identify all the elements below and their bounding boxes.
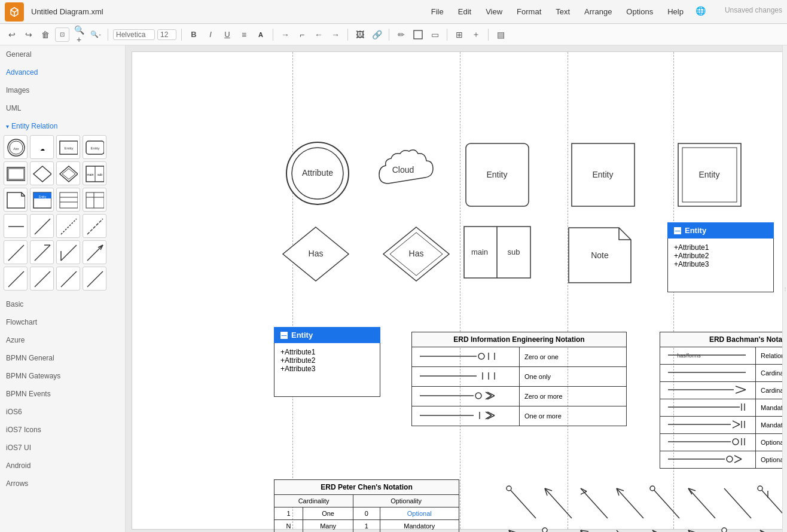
sidebar-item-general[interactable]: General (0, 48, 125, 61)
arrow-right-button[interactable]: → (328, 27, 343, 42)
redo-button[interactable]: ↪ (22, 27, 36, 42)
menu-view[interactable]: View (483, 6, 505, 17)
shape-entity-plain[interactable]: Entity (56, 135, 80, 159)
sidebar-section-ios7-ui: iOS7 UI (0, 439, 125, 457)
sidebar-item-android[interactable]: Android (0, 459, 125, 472)
menu-edit[interactable]: Edit (456, 6, 474, 17)
sidebar-item-ios6[interactable]: iOS6 (0, 405, 125, 418)
menu-format[interactable]: Format (514, 6, 544, 17)
underline-button[interactable]: U (220, 27, 234, 42)
entity-shape-2[interactable]: Entity (569, 140, 637, 211)
menu-help[interactable]: Help (665, 6, 686, 17)
pen-button[interactable]: ✏ (394, 27, 408, 42)
attribute-shape[interactable]: Attribute (285, 140, 350, 208)
align-button[interactable]: ≡ (237, 27, 251, 42)
svg-point-101 (733, 439, 739, 445)
canvas-area[interactable]: Attribute Cloud Entity (126, 45, 782, 532)
fill-button[interactable] (411, 27, 425, 42)
diamond-shape-1[interactable]: Has (280, 224, 352, 286)
guide-line-1 (292, 52, 293, 529)
shape-line-angle3[interactable] (56, 240, 80, 264)
sidebar-item-arrows[interactable]: Arrows (0, 477, 125, 490)
shape-line-d3[interactable] (83, 214, 106, 238)
grid-button[interactable]: ⊞ (452, 27, 466, 42)
shape-entity-double[interactable] (4, 161, 28, 185)
sidebar-item-entity-relation[interactable]: ▾ Entity Relation (0, 120, 125, 133)
shape-ie-line2[interactable] (30, 267, 54, 291)
svg-line-43 (87, 271, 103, 287)
bachman-row3-label: Cardinality (Many) (756, 382, 783, 399)
menu-file[interactable]: File (429, 6, 446, 17)
sidebar-item-ios7-icons[interactable]: iOS7 Icons (0, 423, 125, 436)
shape-line-angle1[interactable] (4, 240, 28, 264)
shape-ie-line3[interactable] (56, 267, 80, 291)
font-color-button[interactable]: A (254, 27, 268, 42)
menu-text[interactable]: Text (553, 6, 572, 17)
shape-cloud[interactable]: ☁ (30, 135, 54, 159)
link-button[interactable]: 🔗 (370, 27, 384, 42)
entity-shape-1[interactable]: Entity (463, 140, 532, 211)
font-selector[interactable] (113, 29, 155, 40)
shape-entity-rounded[interactable]: Entity (83, 135, 106, 159)
sidebar-item-ios7-ui[interactable]: iOS7 UI (0, 441, 125, 454)
sidebar-item-uml[interactable]: UML (0, 102, 125, 115)
shape-line-h[interactable] (4, 214, 28, 238)
canvas[interactable]: Attribute Cloud Entity (132, 51, 782, 530)
add-button[interactable]: ＋ (469, 27, 483, 42)
svg-line-96 (733, 421, 740, 424)
sidebar-item-basic[interactable]: Basic (0, 298, 125, 311)
toolbar: ↩ ↪ 🗑 ⊡ 🔍+ 🔍- B I U ≡ A → ⌐ ← → 🖼 🔗 ✏ ▭ … (0, 24, 787, 45)
shape-line-d1[interactable] (30, 214, 54, 238)
entity-detailed-2[interactable]: — Entity +Attribute1 +Attribute2 +Attrib… (274, 327, 380, 397)
italic-button[interactable]: I (203, 27, 218, 42)
rect-button[interactable]: ▭ (428, 27, 442, 42)
sidebar-item-bpmn-gateways[interactable]: BPMN Gateways (0, 369, 125, 383)
note-shape[interactable]: Note (566, 225, 632, 287)
undo-button[interactable]: ↩ (5, 27, 19, 42)
shape-ie-line4[interactable] (83, 267, 106, 291)
sidebar-item-advanced[interactable]: Advanced (0, 66, 125, 79)
menu-options[interactable]: Options (624, 6, 655, 17)
image-button[interactable]: 🖼 (353, 27, 367, 42)
shape-entity-blue[interactable]: Entity (30, 188, 54, 212)
shape-diamond2[interactable] (56, 161, 80, 185)
zoom-out-button[interactable]: 🔍- (89, 27, 103, 42)
entity-detailed-1[interactable]: — Entity +Attribute1 +Attribute2 +Attrib… (667, 222, 774, 292)
shape-split-entity[interactable]: mainsub (83, 161, 106, 185)
entity1-attr2: +Attribute2 (674, 252, 767, 260)
sidebar-item-flowchart[interactable]: Flowchart (0, 316, 125, 329)
zoom-in-button[interactable]: 🔍+ (72, 27, 86, 42)
chen-row1-opt-num: 0 (353, 507, 380, 520)
sidebar-item-bpmn-general[interactable]: BPMN General (0, 351, 125, 365)
shape-ie-line1[interactable] (4, 267, 28, 291)
menu-arrange[interactable]: Arrange (582, 6, 614, 17)
arrow-elbow-button[interactable]: ⌐ (295, 27, 309, 42)
svg-text:Entity: Entity (90, 146, 99, 150)
delete-button[interactable]: 🗑 (38, 27, 53, 42)
sidebar-item-bpmn-events[interactable]: BPMN Events (0, 387, 125, 400)
sidebar-item-images[interactable]: Images (0, 84, 125, 97)
diamond-shape-2[interactable]: Has (380, 224, 452, 286)
shape-note[interactable] (4, 188, 28, 212)
shape-diamond1[interactable] (30, 161, 54, 185)
shape-line-d2[interactable] (56, 214, 80, 238)
entity2-title: Entity (291, 331, 313, 340)
cloud-shape[interactable]: Cloud (370, 142, 436, 209)
shape-table[interactable] (56, 188, 80, 212)
svg-line-113 (581, 488, 608, 518)
shape-attribute[interactable]: Attr (4, 135, 28, 159)
split-entity-shape[interactable]: main sub (463, 225, 532, 281)
svg-text:sub: sub (508, 247, 520, 256)
shape-line-angle2[interactable] (30, 240, 54, 264)
entity-shape-3[interactable]: Entity (675, 140, 744, 211)
arrow-straight-button[interactable]: → (278, 27, 292, 42)
shape-line-crow[interactable] (83, 240, 106, 264)
panel-button[interactable]: ▤ (493, 27, 508, 42)
sidebar-item-azure[interactable]: Azure (0, 334, 125, 347)
right-panel-toggle[interactable]: ⋮ (782, 45, 787, 532)
font-size-input[interactable] (157, 29, 176, 40)
bold-button[interactable]: B (187, 27, 201, 42)
arrow-left-button[interactable]: ← (312, 27, 326, 42)
shape-table2[interactable] (83, 188, 106, 212)
fit-button[interactable]: ⊡ (55, 27, 69, 42)
